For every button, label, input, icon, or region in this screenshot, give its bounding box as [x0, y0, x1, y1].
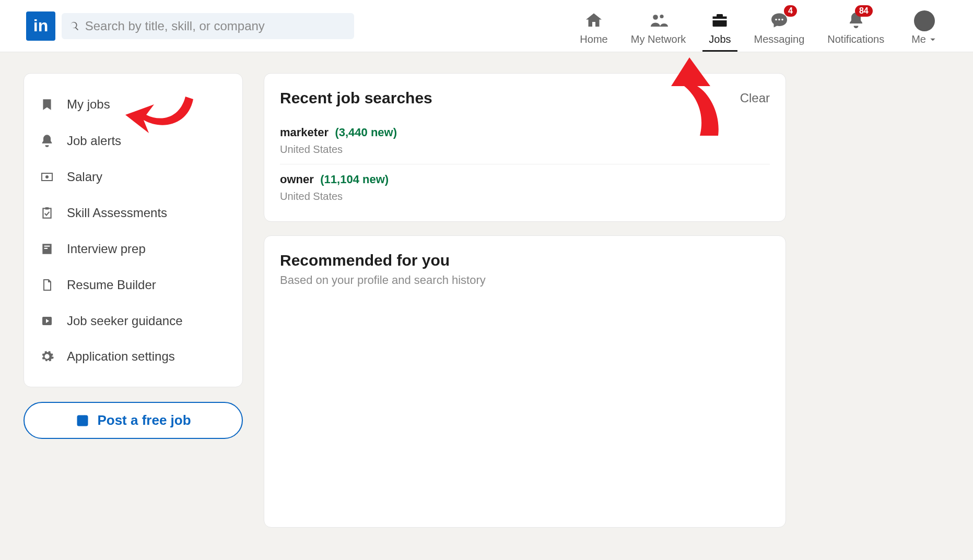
nav-home[interactable]: Home	[568, 0, 619, 52]
sidebar-item-label: Interview prep	[67, 242, 146, 256]
recent-searches-panel: Recent job searches Clear marketer (3,44…	[264, 73, 786, 222]
sidebar-item-resume-builder[interactable]: Resume Builder	[34, 267, 232, 303]
clipboard-check-icon	[40, 205, 54, 221]
gear-icon	[40, 349, 54, 364]
sidebar-item-label: Job seeker guidance	[67, 314, 182, 328]
search-term: owner	[280, 173, 314, 186]
svg-point-3	[778, 19, 780, 21]
bell-icon	[40, 133, 54, 149]
svg-point-6	[45, 175, 49, 178]
home-icon	[584, 11, 603, 30]
sidebar-item-label: Salary	[67, 170, 102, 184]
svg-point-4	[781, 19, 783, 21]
recommended-panel: Recommended for you Based on your profil…	[264, 235, 786, 528]
sidebar-item-label: Job alerts	[67, 134, 121, 148]
svg-point-1	[660, 15, 663, 18]
svg-rect-8	[45, 207, 49, 209]
main-column: Recent job searches Clear marketer (3,44…	[264, 73, 786, 541]
linkedin-logo[interactable]: in	[26, 11, 55, 41]
main-container: My jobs Job alerts Salary Skill Assessme…	[0, 52, 973, 560]
search-box[interactable]	[62, 13, 354, 39]
notifications-badge: 84	[855, 5, 873, 17]
sidebar-item-job-seeker-guidance[interactable]: Job seeker guidance	[34, 303, 232, 339]
sidebar-item-job-alerts[interactable]: Job alerts	[34, 123, 232, 159]
sidebar-card: My jobs Job alerts Salary Skill Assessme…	[24, 73, 243, 387]
clear-link[interactable]: Clear	[740, 91, 770, 105]
svg-rect-11	[44, 248, 48, 249]
money-icon	[39, 171, 55, 183]
nav-jobs-label: Jobs	[709, 33, 731, 45]
search-location: United States	[280, 190, 770, 202]
search-term: marketer	[280, 126, 329, 139]
search-input[interactable]	[85, 19, 347, 33]
nav-me[interactable]: Me	[896, 0, 947, 52]
sidebar-item-salary[interactable]: Salary	[34, 159, 232, 195]
bookmark-icon	[40, 97, 54, 112]
recent-search-row[interactable]: marketer (3,440 new) United States	[280, 117, 770, 164]
document-icon	[40, 242, 54, 256]
nav-network-label: My Network	[631, 33, 686, 45]
post-free-job-button[interactable]: Post a free job	[24, 402, 243, 439]
messaging-badge: 4	[784, 5, 797, 17]
people-icon	[648, 11, 669, 30]
nav-notifications[interactable]: 84 Notifications	[816, 0, 896, 52]
sidebar-item-label: Resume Builder	[67, 278, 156, 292]
nav-home-label: Home	[580, 33, 607, 45]
recommended-title: Recommended for you	[280, 252, 770, 269]
svg-rect-10	[44, 246, 50, 247]
search-new-count: (11,104 new)	[320, 173, 389, 186]
svg-rect-7	[43, 208, 51, 218]
search-icon	[69, 20, 80, 32]
nav-notifications-label: Notifications	[827, 33, 884, 45]
nav-items: Home My Network Jobs 4 Messaging 84 Noti…	[568, 0, 947, 52]
nav-me-label: Me	[911, 33, 926, 45]
caret-down-icon	[928, 36, 937, 43]
sidebar-item-label: My jobs	[67, 97, 110, 112]
recommended-subtitle: Based on your profile and search history	[280, 273, 770, 287]
play-icon	[40, 315, 54, 327]
sidebar-item-label: Application settings	[67, 349, 175, 364]
sidebar-item-application-settings[interactable]: Application settings	[34, 339, 232, 374]
sidebar-item-my-jobs[interactable]: My jobs	[34, 86, 232, 123]
top-nav: in Home My Network Jobs 4 Messaging	[0, 0, 973, 52]
nav-jobs[interactable]: Jobs	[697, 0, 742, 52]
recent-searches-title: Recent job searches	[280, 89, 432, 107]
nav-network[interactable]: My Network	[619, 0, 698, 52]
nav-messaging-label: Messaging	[754, 33, 805, 45]
file-icon	[41, 277, 53, 293]
search-location: United States	[280, 144, 770, 156]
post-job-label: Post a free job	[97, 412, 191, 428]
sidebar: My jobs Job alerts Salary Skill Assessme…	[24, 73, 243, 541]
search-new-count: (3,440 new)	[335, 126, 397, 139]
svg-point-0	[653, 15, 658, 20]
edit-icon	[75, 413, 90, 428]
recent-search-row[interactable]: owner (11,104 new) United States	[280, 164, 770, 211]
sidebar-item-skill-assessments[interactable]: Skill Assessments	[34, 195, 232, 231]
briefcase-icon	[709, 11, 730, 30]
sidebar-item-label: Skill Assessments	[67, 206, 167, 220]
sidebar-item-interview-prep[interactable]: Interview prep	[34, 231, 232, 267]
nav-messaging[interactable]: 4 Messaging	[743, 0, 816, 52]
svg-point-2	[775, 19, 777, 21]
avatar	[914, 10, 935, 31]
